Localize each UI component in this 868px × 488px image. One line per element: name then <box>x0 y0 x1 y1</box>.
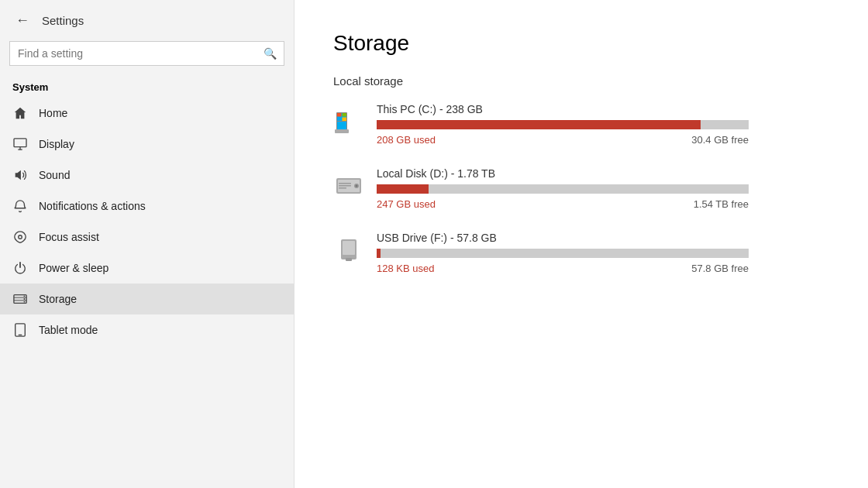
sidebar-item-sound[interactable]: Sound <box>0 160 294 191</box>
drive-f-bar-bg <box>377 249 749 258</box>
sidebar-item-tablet[interactable]: Tablet mode <box>0 314 294 345</box>
local-storage-heading: Local storage <box>333 74 829 88</box>
sidebar-item-storage-label: Storage <box>39 293 77 305</box>
sound-icon <box>12 167 28 183</box>
home-icon <box>12 105 28 121</box>
drive-f-free: 57.8 GB free <box>691 263 749 274</box>
drive-c-used: 208 GB used <box>377 134 436 146</box>
sidebar-item-home[interactable]: Home <box>0 98 294 129</box>
svg-rect-29 <box>346 258 352 261</box>
drive-d-icon <box>333 170 364 201</box>
svg-rect-25 <box>339 185 351 187</box>
drive-f-used: 128 KB used <box>377 263 434 274</box>
tablet-icon <box>12 322 28 338</box>
drive-d-info: Local Disk (D:) - 1.78 TB 247 GB used 1.… <box>377 167 829 210</box>
sidebar: ← Settings 🔍 System Home Display <box>0 0 294 488</box>
drive-d-name: Local Disk (D:) - 1.78 TB <box>377 167 829 180</box>
main-content: Storage Local storage This PC (C:) - 238… <box>294 0 868 488</box>
system-section-label: System <box>0 75 294 98</box>
sidebar-item-focus[interactable]: Focus assist <box>0 222 294 253</box>
svg-rect-17 <box>337 118 342 122</box>
drive-f-info: USB Drive (F:) - 57.8 GB 128 KB used 57.… <box>377 232 829 274</box>
svg-rect-15 <box>337 113 342 117</box>
power-icon <box>12 260 28 276</box>
drive-d-free: 1.54 TB free <box>694 198 749 210</box>
sidebar-item-notifications[interactable]: Notifications & actions <box>0 191 294 222</box>
sidebar-item-focus-label: Focus assist <box>39 231 99 243</box>
search-input[interactable] <box>9 41 284 66</box>
page-title: Storage <box>333 31 829 56</box>
storage-icon <box>12 291 28 307</box>
drive-c-icon <box>333 106 364 137</box>
sidebar-header: ← Settings <box>0 0 294 41</box>
sidebar-item-power[interactable]: Power & sleep <box>0 253 294 284</box>
svg-rect-28 <box>343 241 355 255</box>
notifications-icon <box>12 198 28 214</box>
svg-rect-26 <box>339 187 346 189</box>
drive-d-bar-bg <box>377 184 749 194</box>
sidebar-item-tablet-label: Tablet mode <box>39 324 98 336</box>
svg-rect-24 <box>339 183 351 184</box>
drive-f: USB Drive (F:) - 57.8 GB 128 KB used 57.… <box>333 232 829 274</box>
drive-d-bar-fill <box>377 184 429 194</box>
drive-f-stats: 128 KB used 57.8 GB free <box>377 263 749 274</box>
svg-point-7 <box>24 296 26 297</box>
svg-rect-0 <box>14 139 26 147</box>
focus-icon <box>12 229 28 245</box>
sidebar-item-sound-label: Sound <box>39 169 70 181</box>
sidebar-item-display-label: Display <box>39 138 74 150</box>
svg-rect-16 <box>343 113 347 117</box>
sidebar-title: Settings <box>42 14 84 27</box>
svg-point-23 <box>356 185 358 187</box>
drive-f-bar-fill <box>377 249 381 258</box>
back-arrow-icon: ← <box>16 12 29 29</box>
svg-rect-19 <box>335 129 349 133</box>
drive-c-name: This PC (C:) - 238 GB <box>377 103 829 115</box>
drive-c-bar-fill <box>377 120 701 129</box>
drive-c-bar-bg <box>377 120 749 129</box>
svg-point-3 <box>19 235 22 239</box>
drive-d: Local Disk (D:) - 1.78 TB 247 GB used 1.… <box>333 167 829 210</box>
search-icon: 🔍 <box>264 47 277 60</box>
svg-point-8 <box>24 298 26 300</box>
display-icon <box>12 136 28 152</box>
drive-f-icon <box>333 235 364 266</box>
drive-c: This PC (C:) - 238 GB 208 GB used 30.4 G… <box>333 103 829 146</box>
svg-rect-18 <box>343 118 347 122</box>
drive-d-used: 247 GB used <box>377 198 436 210</box>
sidebar-item-storage[interactable]: Storage <box>0 284 294 314</box>
svg-point-9 <box>24 301 26 303</box>
drive-c-stats: 208 GB used 30.4 GB free <box>377 134 749 146</box>
drive-f-name: USB Drive (F:) - 57.8 GB <box>377 232 829 244</box>
search-box: 🔍 <box>9 41 284 66</box>
back-button[interactable]: ← <box>12 9 33 32</box>
svg-rect-14 <box>337 122 346 130</box>
sidebar-item-notifications-label: Notifications & actions <box>39 200 146 212</box>
sidebar-item-power-label: Power & sleep <box>39 262 108 274</box>
sidebar-item-home-label: Home <box>39 107 67 119</box>
drive-c-free: 30.4 GB free <box>691 134 749 146</box>
sidebar-item-display[interactable]: Display <box>0 129 294 160</box>
drive-d-stats: 247 GB used 1.54 TB free <box>377 198 749 210</box>
drive-c-info: This PC (C:) - 238 GB 208 GB used 30.4 G… <box>377 103 829 146</box>
